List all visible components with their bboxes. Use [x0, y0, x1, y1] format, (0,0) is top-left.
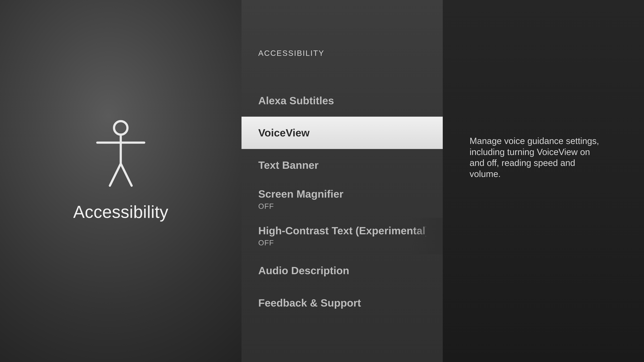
menu-item-status: OFF: [258, 202, 426, 211]
description-panel: Manage voice guidance settings, includin…: [443, 0, 644, 362]
category-title: Accessibility: [73, 202, 168, 222]
svg-line-4: [121, 164, 132, 186]
menu-item-label: High-Contrast Text (Experimental): [258, 225, 426, 237]
settings-header: ACCESSIBILITY: [242, 49, 443, 58]
accessibility-settings-screen: Accessibility ACCESSIBILITY Alexa Subtit…: [0, 0, 644, 362]
menu-item-label: Audio Description: [258, 265, 426, 277]
settings-list-panel: ACCESSIBILITY Alexa Subtitles VoiceView …: [242, 0, 443, 362]
menu-item-label: Text Banner: [258, 159, 426, 171]
menu-item-alexa-subtitles[interactable]: Alexa Subtitles: [242, 84, 443, 117]
menu-item-label: Screen Magnifier: [258, 188, 426, 200]
category-panel: Accessibility: [0, 0, 242, 362]
menu-item-label: Feedback & Support: [258, 297, 426, 309]
menu-item-status: OFF: [258, 239, 426, 247]
svg-line-3: [110, 164, 121, 186]
settings-menu: Alexa Subtitles VoiceView Text Banner Sc…: [242, 84, 443, 319]
menu-item-voiceview[interactable]: VoiceView: [242, 117, 443, 149]
menu-item-label: Alexa Subtitles: [258, 94, 426, 107]
svg-point-0: [114, 121, 128, 135]
accessibility-icon: [94, 120, 148, 187]
menu-item-screen-magnifier[interactable]: Screen Magnifier OFF: [242, 181, 443, 218]
menu-item-text-banner[interactable]: Text Banner: [242, 149, 443, 181]
menu-item-high-contrast-text[interactable]: High-Contrast Text (Experimental) OFF: [242, 218, 443, 254]
menu-item-audio-description[interactable]: Audio Description: [242, 254, 443, 287]
menu-item-feedback-support[interactable]: Feedback & Support: [242, 287, 443, 319]
menu-item-label: VoiceView: [258, 127, 426, 139]
item-description: Manage voice guidance settings, includin…: [470, 135, 604, 179]
